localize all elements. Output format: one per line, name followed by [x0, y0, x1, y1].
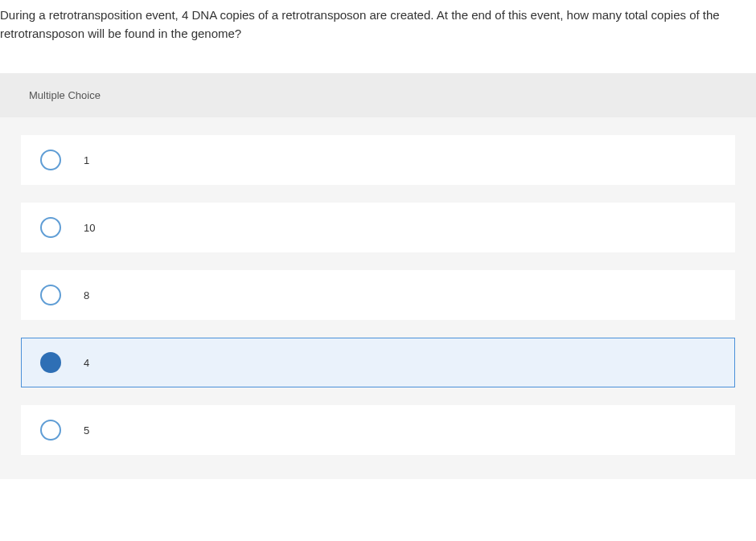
options-area: 1 10 8 4 5 — [0, 117, 756, 479]
radio-icon — [40, 217, 61, 238]
option-label: 1 — [84, 154, 89, 166]
option-5[interactable]: 5 — [21, 405, 735, 455]
option-1[interactable]: 1 — [21, 135, 735, 185]
option-label: 8 — [84, 289, 89, 301]
option-label: 4 — [84, 357, 89, 369]
option-label: 10 — [84, 222, 95, 234]
option-8[interactable]: 8 — [21, 270, 735, 320]
radio-icon-selected — [40, 352, 61, 373]
question-text: During a retrotransposition event, 4 DNA… — [0, 0, 756, 49]
option-label: 5 — [84, 424, 89, 436]
radio-icon — [40, 285, 61, 305]
radio-icon — [40, 420, 61, 441]
quiz-container: Multiple Choice 1 10 8 4 5 — [0, 73, 756, 479]
radio-icon — [40, 150, 61, 170]
option-4[interactable]: 4 — [21, 338, 735, 387]
option-10[interactable]: 10 — [21, 203, 735, 252]
quiz-header: Multiple Choice — [0, 73, 756, 117]
